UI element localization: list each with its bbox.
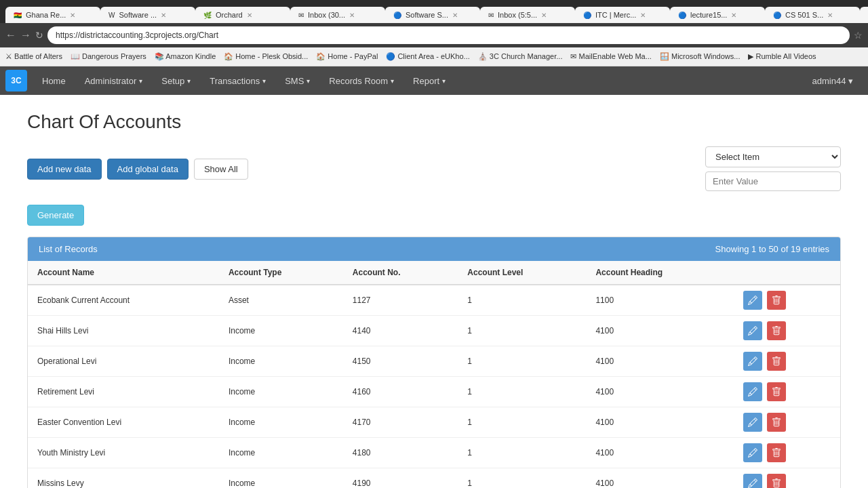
bookmark-prayers[interactable]: 📖 Dangerous Prayers bbox=[71, 52, 146, 61]
cell-actions bbox=[734, 377, 840, 407]
enter-value-input[interactable] bbox=[705, 171, 841, 191]
nav-setup[interactable]: Setup ▾ bbox=[152, 69, 200, 93]
delete-button[interactable] bbox=[767, 382, 786, 401]
tab-close-icon[interactable]: ✕ bbox=[70, 12, 75, 19]
cell-account-name: Easter Convention Levi bbox=[28, 407, 219, 438]
tab-orchard[interactable]: 🌿 Orchard ✕ bbox=[195, 7, 290, 23]
tab-software1[interactable]: W Software ... ✕ bbox=[100, 7, 195, 23]
tab-lecture[interactable]: 🔵 lecture15... ✕ bbox=[670, 7, 765, 23]
cell-actions bbox=[734, 468, 840, 489]
add-global-data-button[interactable]: Add global data bbox=[107, 159, 189, 180]
nav-sms[interactable]: SMS ▾ bbox=[275, 69, 319, 93]
edit-button[interactable] bbox=[743, 443, 762, 462]
tab-inbox1[interactable]: ✉ Inbox (30... ✕ bbox=[290, 7, 385, 23]
add-new-data-button[interactable]: Add new data bbox=[27, 159, 102, 180]
bookmark-church[interactable]: ⛪ 3C Church Manager... bbox=[478, 52, 563, 61]
nav-administrator[interactable]: Administrator ▾ bbox=[75, 69, 153, 93]
select-item-dropdown[interactable]: Select Item bbox=[705, 146, 841, 167]
cell-account-heading: 4100 bbox=[586, 346, 734, 377]
nav-user[interactable]: admin44 ▾ bbox=[803, 69, 863, 93]
table-body: Ecobank Current Account Asset 1127 1 110… bbox=[28, 285, 840, 488]
nav-records-room[interactable]: Records Room ▾ bbox=[319, 69, 403, 93]
toolbar: Add new data Add global data Show All Se… bbox=[27, 146, 841, 191]
cell-account-no: 4170 bbox=[343, 407, 458, 438]
chevron-down-icon: ▾ bbox=[391, 77, 394, 85]
tab-close-icon[interactable]: ✕ bbox=[541, 12, 547, 19]
trash-icon bbox=[772, 296, 781, 305]
delete-button[interactable] bbox=[767, 443, 786, 462]
url-bar[interactable]: https://districtaccounting.3cprojects.or… bbox=[47, 26, 850, 44]
tab-close-icon[interactable]: ✕ bbox=[161, 12, 166, 19]
edit-icon bbox=[748, 387, 757, 396]
tab-close-icon[interactable]: ✕ bbox=[452, 12, 458, 19]
bookmark-kindle[interactable]: 📚 Amazon Kindle bbox=[155, 52, 216, 61]
tab-close-icon[interactable]: ✕ bbox=[827, 12, 833, 19]
table-row: Shai Hills Levi Income 4140 1 4100 bbox=[28, 316, 840, 346]
trash-icon bbox=[772, 448, 781, 458]
app-navbar: 3C Home Administrator ▾ Setup ▾ Transact… bbox=[0, 66, 868, 95]
table-row: Retirement Levi Income 4160 1 4100 bbox=[28, 377, 840, 407]
refresh-icon[interactable]: ↻ bbox=[35, 30, 43, 41]
edit-button[interactable] bbox=[743, 352, 762, 371]
delete-button[interactable] bbox=[767, 474, 786, 488]
delete-button[interactable] bbox=[767, 413, 786, 432]
app-logo: 3C bbox=[5, 70, 27, 92]
chevron-down-icon: ▾ bbox=[187, 77, 191, 85]
bookmark-paypal[interactable]: 🏠 Home - PayPal bbox=[316, 52, 378, 61]
back-icon[interactable]: ← bbox=[5, 29, 16, 41]
nav-transactions[interactable]: Transactions ▾ bbox=[200, 69, 275, 93]
tab-close-icon[interactable]: ✕ bbox=[731, 12, 736, 19]
bookmark-star-icon[interactable]: ☆ bbox=[854, 30, 863, 41]
col-account-type: Account Type bbox=[219, 261, 343, 285]
delete-button[interactable] bbox=[767, 321, 786, 340]
bookmark-battle[interactable]: ⚔ Battle of Alters bbox=[5, 52, 62, 61]
chevron-down-icon: ▾ bbox=[442, 77, 446, 85]
delete-button[interactable] bbox=[767, 291, 786, 310]
cell-account-heading: 4100 bbox=[586, 377, 734, 407]
col-account-no: Account No. bbox=[343, 261, 458, 285]
bookmark-windows[interactable]: 🪟 Microsoft Windows... bbox=[660, 52, 741, 61]
tab-inbox2[interactable]: ✉ Inbox (5:5... ✕ bbox=[480, 7, 575, 23]
col-account-level: Account Level bbox=[458, 261, 586, 285]
cell-account-level: 1 bbox=[458, 316, 586, 346]
bookmark-rumble[interactable]: ▶ Rumble All Videos bbox=[748, 52, 816, 61]
delete-button[interactable] bbox=[767, 352, 786, 371]
tab-itc[interactable]: 🔵 ITC | Merc... ✕ bbox=[575, 7, 670, 23]
cell-account-name: Retirement Levi bbox=[28, 377, 219, 407]
edit-button[interactable] bbox=[743, 291, 762, 310]
edit-button[interactable] bbox=[743, 474, 762, 488]
tab-ghana[interactable]: 🇬🇭 Ghana Re... ✕ bbox=[5, 7, 100, 23]
bookmark-mail[interactable]: ✉ MailEnable Web Ma... bbox=[570, 52, 651, 61]
edit-button[interactable] bbox=[743, 321, 762, 340]
forward-icon[interactable]: → bbox=[20, 29, 31, 41]
generate-button[interactable]: Generate bbox=[27, 205, 84, 226]
table-header-bar: List of Records Showing 1 to 50 of 19 en… bbox=[28, 237, 840, 261]
tab-close-icon[interactable]: ✕ bbox=[247, 12, 252, 19]
cell-account-no: 1127 bbox=[343, 285, 458, 316]
cell-account-heading: 1100 bbox=[586, 285, 734, 316]
table-row: Youth Ministry Levi Income 4180 1 4100 bbox=[28, 438, 840, 468]
tab-software2[interactable]: 🔵 Software S... ✕ bbox=[385, 7, 480, 23]
nav-home[interactable]: Home bbox=[33, 69, 75, 93]
cell-account-type: Asset bbox=[219, 285, 343, 316]
records-table: Account Name Account Type Account No. Ac… bbox=[28, 261, 840, 488]
bookmark-plesk[interactable]: 🏠 Home - Plesk Obsid... bbox=[224, 52, 308, 61]
table-row: Missins Levy Income 4190 1 4100 bbox=[28, 468, 840, 489]
trash-icon bbox=[772, 357, 781, 366]
tab-cs501[interactable]: 🔵 CS 501 S... ✕ bbox=[765, 7, 860, 23]
trash-icon bbox=[772, 387, 781, 396]
nav-report[interactable]: Report ▾ bbox=[403, 69, 455, 93]
edit-button[interactable] bbox=[743, 413, 762, 432]
show-all-button[interactable]: Show All bbox=[194, 159, 248, 180]
tab-close-icon[interactable]: ✕ bbox=[640, 12, 646, 19]
tab-3c1[interactable]: 🔵 3C Distric... ✕ bbox=[860, 7, 868, 23]
edit-icon bbox=[748, 448, 757, 458]
tab-close-icon[interactable]: ✕ bbox=[349, 12, 355, 19]
cell-account-name: Operational Levi bbox=[28, 346, 219, 377]
cell-account-type: Income bbox=[219, 316, 343, 346]
cell-account-level: 1 bbox=[458, 407, 586, 438]
edit-button[interactable] bbox=[743, 382, 762, 401]
bookmark-client[interactable]: 🔵 Client Area - eUKho... bbox=[386, 52, 469, 61]
cell-account-no: 4160 bbox=[343, 377, 458, 407]
cell-account-level: 1 bbox=[458, 285, 586, 316]
